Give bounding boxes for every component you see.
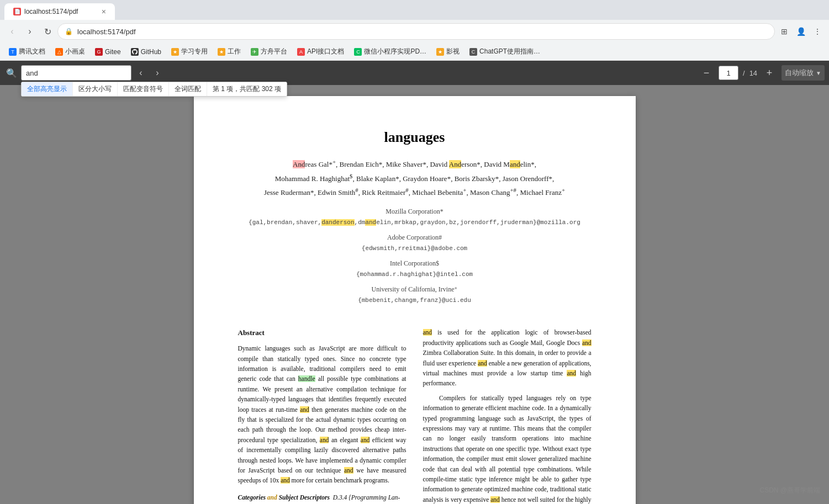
bookmark-work[interactable]: ★ 工作: [213, 45, 245, 58]
abstract-right-text: and is used for the application logic of…: [423, 327, 592, 388]
tab-close-button[interactable]: ×: [102, 7, 106, 16]
adobe-email: {edwsmith,rreitmai}@adobe.com: [238, 243, 592, 254]
bookmark-fangzhou[interactable]: ✈ 方舟平台: [246, 45, 292, 58]
intel-name: Intel Corporation$: [238, 258, 592, 269]
bookmark-fangzhou-icon: ✈: [251, 48, 258, 56]
bookmark-work-label: 工作: [228, 47, 241, 56]
mozilla-name: Mozilla Corporation*: [238, 206, 592, 217]
refresh-button[interactable]: ↻: [40, 24, 55, 39]
search-opt-whole-word[interactable]: 全词匹配: [169, 82, 207, 96]
paper-authors: Andreas Gal*+, Brendan Eich*, Mike Shave…: [238, 157, 592, 199]
bookmarks-bar: T 腾讯文档 △ 小画桌 G Gitee GitHub ★ 学习专用 ★ 工作 …: [0, 43, 829, 61]
bookmark-gitee[interactable]: G Gitee: [91, 46, 125, 57]
bookmark-wechat-label: 微信小程序实现PD…: [364, 47, 426, 56]
bookmark-movie-label: 影视: [446, 47, 460, 56]
bookmark-github[interactable]: GitHub: [126, 46, 166, 57]
pdf-toolbar-right: − / 14 + 自动缩放 ▼: [699, 65, 825, 81]
mozilla-affiliation: Mozilla Corporation* {gal,brendan,shaver…: [238, 206, 592, 227]
paper-title-partial: languages: [238, 129, 592, 146]
bookmark-huahua[interactable]: △ 小画桌: [51, 45, 89, 58]
bookmark-chatgpt[interactable]: C ChatGPT使用指南…: [465, 45, 545, 58]
page-separator: /: [743, 69, 745, 77]
search-box-wrap: 全部高亮显示 区分大小写 匹配变音符号 全词匹配 第 1 项，共匹配 302 项: [21, 65, 131, 81]
bookmark-fangzhou-label: 方舟平台: [261, 47, 287, 56]
tab-bar: 📄 localhost:5174/pdf ×: [0, 0, 829, 20]
bookmark-github-icon: [131, 48, 139, 56]
mozilla-email: {gal,brendan,shaver,danderson,dmandelin,…: [238, 217, 592, 228]
extensions-button[interactable]: ⊞: [777, 24, 791, 39]
search-opt-diacritics[interactable]: 匹配变音符号: [118, 82, 169, 96]
bookmark-api-label: API接口文档: [307, 47, 344, 56]
bookmark-work-icon: ★: [218, 48, 225, 56]
bookmark-wechat-icon: C: [354, 48, 362, 56]
bookmark-gitee-icon: G: [95, 48, 103, 56]
bookmark-huahua-label: 小画桌: [65, 47, 85, 56]
bookmark-api[interactable]: A API接口文档: [293, 45, 349, 58]
zoom-dropdown-arrow: ▼: [816, 70, 821, 76]
bookmark-huahua-icon: △: [55, 48, 63, 56]
zoom-out-button[interactable]: −: [699, 65, 714, 81]
bookmark-gitee-label: Gitee: [105, 48, 121, 56]
search-match-info: 第 1 项，共匹配 302 项: [207, 82, 287, 96]
zoom-select[interactable]: 自动缩放 ▼: [782, 65, 825, 81]
intel-affiliation: Intel Corporation$ {mohammad.r.haghighat…: [238, 258, 592, 279]
search-icon-button[interactable]: 🔍: [4, 66, 19, 80]
uci-affiliation: University of California, Irvine⁺ {mbebe…: [238, 284, 592, 305]
bookmark-tencent[interactable]: T 腾讯文档: [4, 45, 50, 58]
search-dropdown: 全部高亮显示 区分大小写 匹配变音符号 全词匹配 第 1 项，共匹配 302 项: [21, 82, 287, 97]
page-number-input[interactable]: [719, 66, 738, 80]
author-andreas: Andreas Gal*+,: [293, 160, 337, 168]
tab-title: localhost:5174/pdf: [24, 8, 78, 15]
bookmark-api-icon: A: [297, 48, 305, 56]
profile-button[interactable]: 👤: [794, 24, 808, 39]
active-tab[interactable]: 📄 localhost:5174/pdf ×: [4, 3, 115, 20]
uci-name: University of California, Irvine⁺: [238, 284, 592, 295]
abstract-title: Abstract: [238, 327, 406, 339]
abstract-left-col: Abstract Dynamic languages such as JavaS…: [238, 327, 406, 504]
search-next-button[interactable]: ›: [150, 66, 165, 80]
uci-email: {mbebenit,changm,franz}@uci.edu: [238, 295, 592, 306]
intel-email: {mohammad.r.haghighat}@intel.com: [238, 269, 592, 280]
pdf-page: languages Andreas Gal*+, Brendan Eich*, …: [194, 96, 636, 504]
bookmark-study-label: 学习专用: [181, 47, 208, 56]
adobe-name: Adobe Corporation#: [238, 232, 592, 243]
menu-button[interactable]: ⋮: [810, 24, 825, 39]
pdf-toolbar-left: 🔍 全部高亮显示 区分大小写 匹配变音符号 全词匹配 第 1 项，共匹配 302…: [4, 65, 165, 81]
abstract-section: Abstract Dynamic languages such as JavaS…: [238, 327, 592, 504]
pdf-toolbar: 🔍 全部高亮显示 区分大小写 匹配变音符号 全词匹配 第 1 项，共匹配 302…: [0, 61, 829, 85]
bookmark-study[interactable]: ★ 学习专用: [167, 45, 212, 58]
watermark: CSDN @燕哥学前端: [759, 486, 820, 495]
adobe-affiliation: Adobe Corporation# {edwsmith,rreitmai}@a…: [238, 232, 592, 253]
tab-favicon: 📄: [13, 8, 21, 15]
bookmark-wechat[interactable]: C 微信小程序实现PD…: [350, 45, 431, 58]
zoom-label: 自动缩放: [785, 68, 814, 78]
address-bar[interactable]: 🔒 localhost:5174/pdf: [57, 23, 775, 40]
bookmark-chatgpt-icon: C: [469, 48, 477, 56]
page-total: 14: [749, 69, 757, 77]
bookmark-study-icon: ★: [171, 48, 179, 56]
lock-icon: 🔒: [65, 28, 73, 35]
search-opt-highlight-all[interactable]: 全部高亮显示: [22, 82, 73, 96]
abstract-right-text-2: Compilers for statically typed languages…: [423, 393, 592, 504]
search-input[interactable]: [21, 65, 131, 81]
categories-line: Categories and Subject Descriptors D.3.4…: [238, 492, 406, 502]
pdf-content-area: languages Andreas Gal*+, Brendan Eich*, …: [0, 85, 829, 504]
address-text: localhost:5174/pdf: [77, 28, 768, 36]
back-button[interactable]: ‹: [4, 24, 20, 39]
pdf-main[interactable]: languages Andreas Gal*+, Brendan Eich*, …: [0, 85, 829, 504]
bookmark-tencent-label: 腾讯文档: [19, 47, 45, 56]
bookmark-movie-icon: ★: [436, 48, 444, 56]
zoom-in-button[interactable]: +: [762, 65, 777, 81]
bookmark-chatgpt-label: ChatGPT使用指南…: [479, 47, 540, 56]
bookmark-tencent-icon: T: [9, 48, 17, 56]
abstract-right-col: and is used for the application logic of…: [423, 327, 592, 504]
abstract-left-text: Dynamic languages such as JavaScript are…: [238, 343, 406, 485]
bookmark-github-label: GitHub: [141, 48, 161, 56]
search-opt-case-sensitive[interactable]: 区分大小写: [73, 82, 118, 96]
search-prev-button[interactable]: ‹: [134, 66, 148, 80]
forward-button[interactable]: ›: [22, 24, 38, 39]
bookmark-movie[interactable]: ★ 影视: [432, 45, 464, 58]
paper-affiliations: Mozilla Corporation* {gal,brendan,shaver…: [238, 206, 592, 305]
address-bar-row: ‹ › ↻ 🔒 localhost:5174/pdf ⊞ 👤 ⋮: [0, 20, 829, 43]
